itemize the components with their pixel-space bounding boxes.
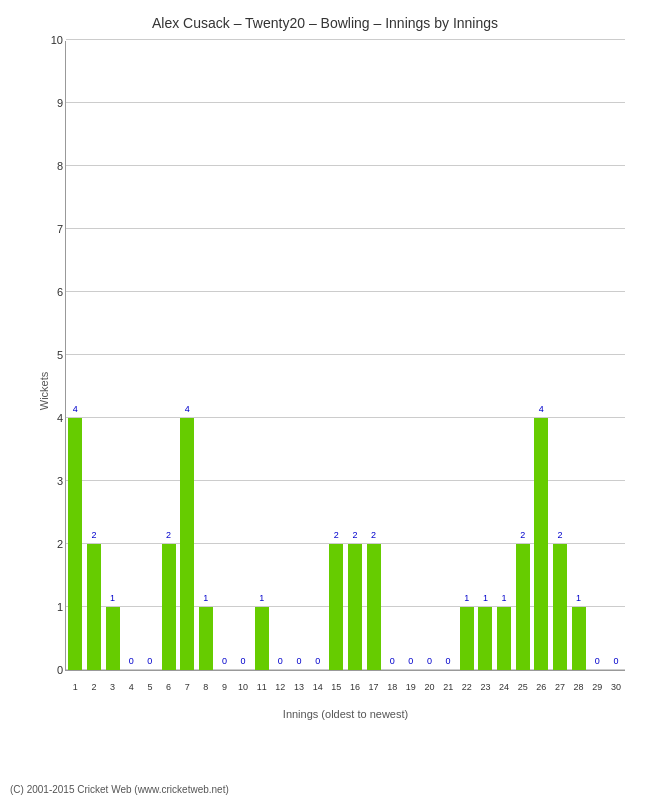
bar-value-label: 0 xyxy=(446,656,451,666)
bar-group: 2 xyxy=(364,41,383,670)
footer-text: (C) 2001-2015 Cricket Web (www.cricketwe… xyxy=(10,784,229,795)
bar: 4 xyxy=(68,418,82,670)
x-tick-label: 14 xyxy=(308,682,327,692)
bar-group: 2 xyxy=(346,41,365,670)
x-tick-label: 15 xyxy=(327,682,346,692)
bar: 2 xyxy=(348,544,362,670)
x-tick-label: 3 xyxy=(103,682,122,692)
x-tick-label: 11 xyxy=(252,682,271,692)
bar-group: 1 xyxy=(495,41,514,670)
bar-value-label: 2 xyxy=(334,530,339,540)
x-tick-label: 10 xyxy=(234,682,253,692)
x-tick-label: 22 xyxy=(457,682,476,692)
bar-group: 4 xyxy=(178,41,197,670)
chart-title: Alex Cusack – Twenty20 – Bowling – Innin… xyxy=(10,10,640,31)
bar-value-label: 0 xyxy=(408,656,413,666)
bar-group: 1 xyxy=(103,41,122,670)
x-tick-label: 7 xyxy=(178,682,197,692)
bar-value-label: 1 xyxy=(483,593,488,603)
x-tick-label: 27 xyxy=(551,682,570,692)
bar-group: 0 xyxy=(383,41,402,670)
bar-group: 0 xyxy=(439,41,458,670)
bar: 4 xyxy=(534,418,548,670)
bar-value-label: 0 xyxy=(222,656,227,666)
x-tick-label: 18 xyxy=(383,682,402,692)
bar: 1 xyxy=(572,607,586,670)
x-tick-label: 5 xyxy=(141,682,160,692)
bar: 1 xyxy=(497,607,511,670)
bar-value-label: 0 xyxy=(427,656,432,666)
x-tick-label: 9 xyxy=(215,682,234,692)
bar-value-label: 1 xyxy=(110,593,115,603)
bar-value-label: 1 xyxy=(464,593,469,603)
bar-value-label: 2 xyxy=(166,530,171,540)
x-tick-label: 24 xyxy=(495,682,514,692)
bar-value-label: 0 xyxy=(595,656,600,666)
bar-value-label: 0 xyxy=(278,656,283,666)
bar: 2 xyxy=(516,544,530,670)
bar-value-label: 4 xyxy=(73,404,78,414)
bar-value-label: 0 xyxy=(147,656,152,666)
bar-value-label: 4 xyxy=(185,404,190,414)
bar: 4 xyxy=(180,418,194,670)
bar-group: 0 xyxy=(588,41,607,670)
x-axis-label: Innings (oldest to newest) xyxy=(283,708,408,720)
x-tick-label: 8 xyxy=(196,682,215,692)
bar-group: 2 xyxy=(159,41,178,670)
x-tick-label: 13 xyxy=(290,682,309,692)
bar-group: 2 xyxy=(327,41,346,670)
bar-value-label: 2 xyxy=(91,530,96,540)
bar-group: 1 xyxy=(569,41,588,670)
x-tick-label: 2 xyxy=(85,682,104,692)
bar: 1 xyxy=(255,607,269,670)
bar-value-label: 2 xyxy=(557,530,562,540)
x-tick-label: 28 xyxy=(569,682,588,692)
bar-group: 0 xyxy=(402,41,421,670)
bar: 2 xyxy=(367,544,381,670)
bar-value-label: 2 xyxy=(371,530,376,540)
x-tick-label: 4 xyxy=(122,682,141,692)
bar-group: 0 xyxy=(234,41,253,670)
x-tick-label: 17 xyxy=(364,682,383,692)
bar-value-label: 0 xyxy=(241,656,246,666)
bar-value-label: 2 xyxy=(520,530,525,540)
bar-value-label: 1 xyxy=(502,593,507,603)
bar-group: 1 xyxy=(196,41,215,670)
y-axis-label: Wickets xyxy=(38,372,50,411)
bar-value-label: 0 xyxy=(129,656,134,666)
bar: 2 xyxy=(329,544,343,670)
bar-group: 0 xyxy=(215,41,234,670)
chart-container: Alex Cusack – Twenty20 – Bowling – Innin… xyxy=(0,0,650,800)
bar-group: 4 xyxy=(66,41,85,670)
bar-group: 0 xyxy=(420,41,439,670)
bar-group: 1 xyxy=(457,41,476,670)
bar: 1 xyxy=(106,607,120,670)
bar-value-label: 1 xyxy=(203,593,208,603)
bar-value-label: 2 xyxy=(352,530,357,540)
bar-group: 0 xyxy=(607,41,626,670)
bar-group: 2 xyxy=(551,41,570,670)
bar-group: 0 xyxy=(122,41,141,670)
bar-value-label: 1 xyxy=(576,593,581,603)
x-tick-label: 6 xyxy=(159,682,178,692)
bar: 1 xyxy=(460,607,474,670)
bar-group: 0 xyxy=(290,41,309,670)
bar-group: 1 xyxy=(252,41,271,670)
bar-value-label: 0 xyxy=(390,656,395,666)
bar-value-label: 0 xyxy=(613,656,618,666)
x-tick-label: 23 xyxy=(476,682,495,692)
x-tick-label: 30 xyxy=(607,682,626,692)
bar-value-label: 1 xyxy=(259,593,264,603)
bar-group: 1 xyxy=(476,41,495,670)
x-tick-label: 21 xyxy=(439,682,458,692)
bar-group: 2 xyxy=(85,41,104,670)
bar: 2 xyxy=(87,544,101,670)
bar: 1 xyxy=(478,607,492,670)
bar-value-label: 0 xyxy=(296,656,301,666)
bar-group: 0 xyxy=(141,41,160,670)
bar: 2 xyxy=(553,544,567,670)
bar-group: 2 xyxy=(513,41,532,670)
x-tick-label: 12 xyxy=(271,682,290,692)
bar-group: 0 xyxy=(271,41,290,670)
bar-group: 0 xyxy=(308,41,327,670)
